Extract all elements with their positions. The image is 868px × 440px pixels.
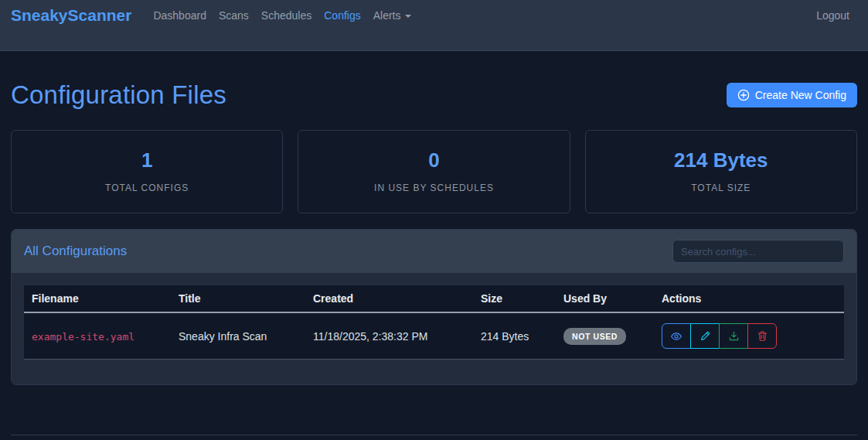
navbar-left: SneakyScanner Dashboard Scans Schedules …	[11, 5, 417, 26]
brand-logo[interactable]: SneakyScanner	[11, 6, 131, 25]
column-header-used-by: Used By	[556, 285, 654, 312]
stat-label-in-use: IN USE BY SCHEDULES	[306, 182, 561, 193]
trash-icon	[757, 330, 768, 342]
nav-item-alerts-dropdown[interactable]: Alerts	[367, 5, 417, 26]
config-size-cell: 214 Bytes	[473, 312, 556, 360]
column-header-title: Title	[171, 285, 305, 312]
plus-circle-icon	[737, 89, 750, 101]
stat-card-total-size: 214 Bytes TOTAL SIZE	[585, 130, 857, 213]
configurations-card-body: Filename Title Created Size Used By Acti…	[12, 273, 856, 384]
stat-card-total-configs: 1 TOTAL CONFIGS	[11, 130, 283, 213]
table-row: example-site.yaml Sneaky Infra Scan 11/1…	[24, 312, 844, 360]
stat-value-total-size: 214 Bytes	[594, 148, 849, 172]
stat-card-in-use: 0 IN USE BY SCHEDULES	[298, 130, 570, 213]
stat-label-total-configs: TOTAL CONFIGS	[19, 182, 274, 193]
config-title-cell: Sneaky Infra Scan	[171, 312, 305, 360]
download-config-button[interactable]	[719, 323, 748, 349]
create-new-config-button[interactable]: Create New Config	[727, 83, 857, 107]
stats-row: 1 TOTAL CONFIGS 0 IN USE BY SCHEDULES 21…	[11, 130, 857, 213]
navbar: SneakyScanner Dashboard Scans Schedules …	[0, 0, 868, 51]
stat-label-total-size: TOTAL SIZE	[594, 182, 849, 193]
configurations-card-header: All Configurations	[12, 230, 856, 273]
configurations-card-title: All Configurations	[24, 244, 127, 259]
page-header: Configuration Files Create New Config	[11, 80, 857, 110]
nav-item-configs[interactable]: Configs	[318, 5, 366, 26]
search-configs-input[interactable]	[672, 240, 844, 263]
nav-item-schedules[interactable]: Schedules	[255, 5, 318, 26]
configurations-table: Filename Title Created Size Used By Acti…	[24, 285, 844, 360]
config-filename-link[interactable]: example-site.yaml	[32, 331, 134, 343]
caret-down-icon	[405, 15, 411, 18]
not-used-badge: NOT USED	[563, 328, 626, 345]
column-header-filename: Filename	[24, 285, 171, 312]
page-container: Configuration Files Create New Config 1 …	[0, 80, 868, 440]
nav-item-scans[interactable]: Scans	[213, 5, 255, 26]
row-actions-group	[662, 323, 777, 349]
edit-config-button[interactable]	[690, 323, 720, 349]
column-header-actions: Actions	[654, 285, 844, 312]
stat-value-total-configs: 1	[19, 148, 274, 172]
logout-link[interactable]: Logout	[810, 5, 856, 26]
view-config-button[interactable]	[662, 323, 691, 349]
nav-item-dashboard[interactable]: Dashboard	[147, 5, 213, 26]
configurations-card: All Configurations Filename Title Create…	[11, 229, 857, 385]
column-header-created: Created	[305, 285, 473, 312]
footer-divider	[11, 435, 857, 440]
nav-item-alerts-label: Alerts	[373, 9, 401, 22]
config-created-cell: 11/18/2025, 2:38:32 PM	[305, 312, 473, 360]
eye-icon	[670, 330, 682, 343]
download-icon	[728, 330, 740, 342]
create-new-config-label: Create New Config	[755, 89, 846, 101]
column-header-size: Size	[473, 285, 556, 312]
page-title: Configuration Files	[11, 80, 226, 110]
pencil-icon	[700, 330, 711, 342]
stat-value-in-use: 0	[306, 148, 561, 172]
table-header-row: Filename Title Created Size Used By Acti…	[24, 285, 844, 312]
delete-config-button[interactable]	[747, 323, 777, 349]
